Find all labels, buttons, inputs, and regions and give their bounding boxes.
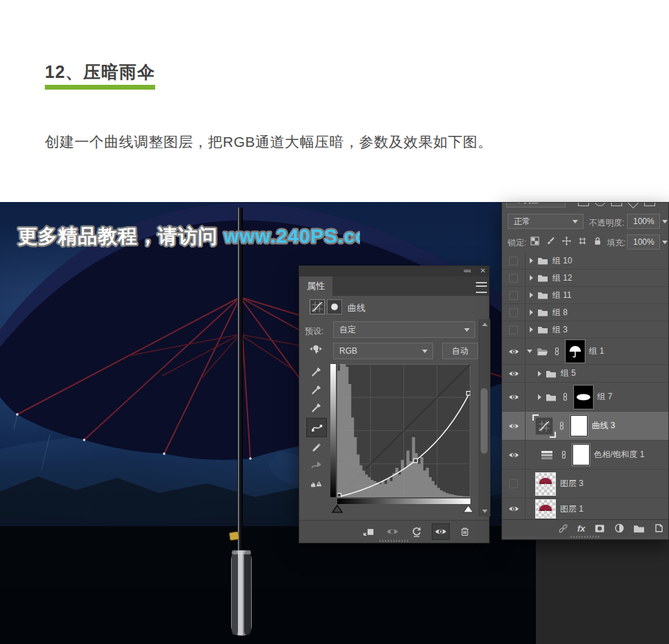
layer-mask-thumbnail[interactable]	[570, 415, 588, 436]
visibility-toggle[interactable]	[502, 441, 526, 469]
scroll-up-icon[interactable]	[482, 323, 488, 326]
layer-row-group-11[interactable]: 组 11	[502, 287, 668, 304]
filter-adjustment-layers-icon[interactable]	[595, 203, 606, 206]
toggle-visibility-icon[interactable]	[432, 523, 450, 540]
visibility-toggle[interactable]	[502, 287, 526, 303]
channel-dropdown[interactable]: RGB	[333, 343, 433, 359]
mask-badge-icon[interactable]	[327, 299, 342, 314]
draw-curve-pencil-icon[interactable]	[308, 440, 324, 455]
chevron-right-icon[interactable]	[530, 275, 533, 281]
layer-row-layer-3[interactable]: 图层 3	[502, 470, 668, 499]
blend-mode-dropdown[interactable]: 正常	[508, 214, 583, 229]
white-point-eyedropper-icon[interactable]	[308, 400, 324, 415]
layer-filter-dropdown[interactable]: 类型	[506, 203, 566, 208]
lock-artboard-icon[interactable]	[577, 236, 588, 246]
layer-row-group-3[interactable]: 组 3	[502, 321, 668, 339]
filter-smart-objects-icon[interactable]	[644, 203, 655, 206]
panel-menu-icon[interactable]	[476, 282, 487, 293]
filter-type-layers-icon[interactable]	[611, 203, 622, 206]
preset-dropdown[interactable]: 自定	[333, 321, 475, 338]
tutorial-text-section: 12、压暗雨伞 创建一个曲线调整图层，把RGB通道大幅压暗，参数及效果如下图。	[0, 0, 669, 202]
layer-row-group-5[interactable]: 组 5	[502, 365, 668, 383]
chevron-down-icon[interactable]	[527, 350, 532, 353]
layer-row-curves-3[interactable]: 曲线 3	[502, 412, 668, 441]
curves-adjustment-icon[interactable]	[535, 417, 553, 435]
view-previous-state-icon[interactable]	[383, 523, 401, 540]
lock-pixels-icon[interactable]	[546, 236, 556, 246]
folder-icon	[537, 290, 548, 301]
new-group-icon[interactable]	[633, 523, 645, 534]
visibility-toggle[interactable]	[502, 412, 526, 440]
layer-mask-thumbnail[interactable]	[572, 444, 590, 465]
curve-point-shadows[interactable]	[337, 494, 341, 498]
targeted-adjustment-icon[interactable]	[308, 341, 323, 356]
auto-button[interactable]: 自动	[442, 343, 478, 359]
layer-styles-fx-icon[interactable]: fx	[577, 523, 586, 534]
visibility-toggle[interactable]	[502, 252, 526, 269]
layer-thumbnail[interactable]	[535, 499, 556, 519]
close-icon[interactable]: ✕	[480, 267, 486, 274]
lock-position-icon[interactable]	[561, 236, 572, 246]
chevron-right-icon[interactable]	[530, 292, 533, 298]
curve-point-midtones[interactable]	[414, 459, 418, 463]
curves-graph[interactable]	[337, 364, 470, 497]
filter-pixel-layers-icon[interactable]	[578, 203, 589, 206]
visibility-toggle[interactable]	[502, 470, 526, 498]
layer-row-hue-saturation-1[interactable]: 色相/饱和度 1	[502, 441, 668, 470]
chevron-down-icon	[422, 350, 428, 353]
opacity-value[interactable]: 100%	[627, 214, 660, 229]
clipping-warning-icon[interactable]	[306, 475, 326, 490]
visibility-toggle[interactable]	[502, 499, 526, 519]
lock-transparency-icon[interactable]	[530, 236, 540, 246]
chevron-down-icon[interactable]	[662, 241, 668, 244]
layers-panel: 类型 正常 不透明度: 100%	[501, 202, 669, 540]
link-layers-icon[interactable]	[557, 523, 569, 534]
panel-resize-grip[interactable]	[379, 540, 410, 542]
scrollbar-thumb[interactable]	[481, 388, 488, 454]
scrollbar[interactable]	[479, 319, 490, 516]
white-input-slider[interactable]	[462, 504, 475, 514]
black-point-eyedropper-icon[interactable]	[308, 364, 324, 379]
visibility-toggle[interactable]	[502, 270, 526, 286]
clip-to-layer-icon[interactable]	[359, 523, 377, 540]
group-mask-thumbnail[interactable]	[566, 340, 585, 363]
scroll-down-icon[interactable]	[482, 510, 488, 513]
layer-row-layer-1[interactable]: 图层 1	[502, 499, 668, 519]
chevron-right-icon[interactable]	[538, 371, 541, 376]
chevron-right-icon[interactable]	[538, 394, 541, 400]
hue-saturation-adjustment-icon[interactable]	[539, 448, 555, 462]
chevron-right-icon[interactable]	[530, 327, 533, 332]
visibility-toggle[interactable]	[502, 365, 526, 382]
layer-row-group-1[interactable]: 组 1	[502, 339, 668, 365]
layer-thumbnail[interactable]	[535, 472, 556, 496]
gray-point-eyedropper-icon[interactable]	[308, 382, 324, 397]
layer-row-group-12[interactable]: 组 12	[502, 270, 668, 287]
curve-point-highlights[interactable]	[467, 392, 471, 396]
layer-row-group-8[interactable]: 组 8	[502, 304, 668, 321]
group-mask-thumbnail[interactable]	[574, 385, 593, 409]
new-layer-icon[interactable]	[653, 523, 664, 534]
visibility-toggle[interactable]	[502, 383, 526, 411]
panel-resize-grip[interactable]	[570, 536, 601, 538]
visibility-toggle[interactable]	[502, 339, 526, 364]
visibility-toggle[interactable]	[502, 304, 526, 321]
tab-properties[interactable]: 属性	[299, 276, 332, 296]
layer-row-group-7[interactable]: 组 7	[502, 383, 668, 412]
fill-value[interactable]: 100%	[627, 234, 660, 250]
add-layer-mask-icon[interactable]	[594, 523, 606, 534]
input-gradient-strip	[337, 499, 470, 504]
edit-points-tool-icon[interactable]	[306, 418, 327, 437]
reset-adjustment-icon[interactable]	[408, 523, 426, 540]
smooth-curve-icon[interactable]	[308, 458, 324, 473]
collapse-to-icons-button[interactable]: ««	[463, 266, 470, 274]
new-adjustment-layer-icon[interactable]	[614, 523, 625, 534]
chevron-right-icon[interactable]	[530, 310, 533, 315]
black-input-slider[interactable]	[331, 504, 343, 514]
filter-shape-layers-icon[interactable]	[626, 203, 641, 208]
layer-row-group-10[interactable]: 组 10	[502, 252, 668, 270]
lock-all-icon[interactable]	[592, 236, 603, 246]
delete-adjustment-icon[interactable]	[456, 523, 474, 540]
visibility-toggle[interactable]	[502, 321, 526, 338]
chevron-right-icon[interactable]	[530, 258, 533, 263]
chevron-down-icon[interactable]	[662, 220, 668, 223]
